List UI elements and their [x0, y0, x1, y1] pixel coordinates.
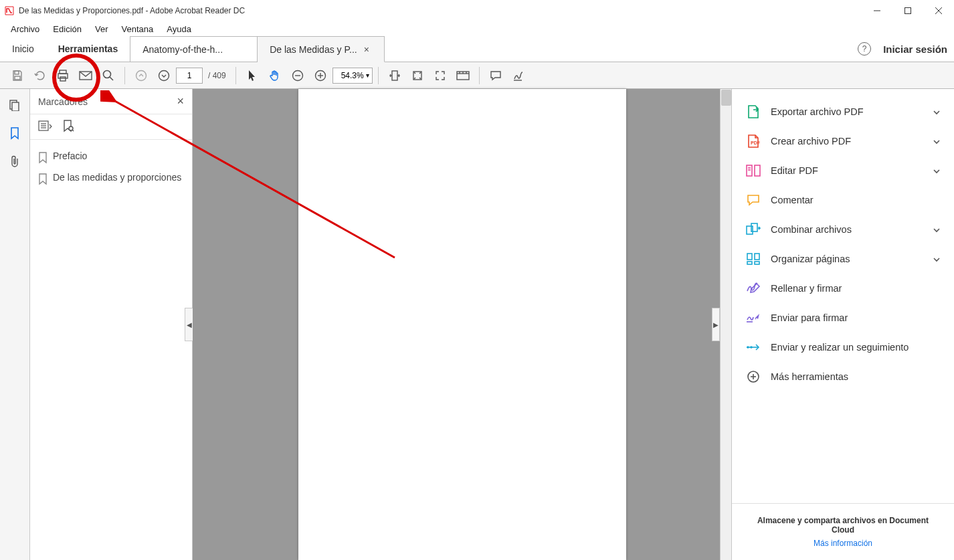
search-icon[interactable] [98, 65, 119, 86]
maximize-button[interactable] [892, 0, 923, 21]
attachments-icon[interactable] [7, 153, 23, 169]
save-icon[interactable] [7, 65, 28, 86]
menu-ayuda[interactable]: Ayuda [161, 23, 197, 35]
scrollbar-thumb[interactable] [721, 90, 731, 106]
document-page [298, 89, 626, 560]
svg-rect-20 [392, 71, 397, 80]
chevron-down-icon [933, 254, 941, 264]
svg-rect-37 [747, 165, 752, 176]
menu-archivo[interactable]: Archivo [5, 23, 45, 35]
rtool-label: Combinar archivos [771, 224, 852, 235]
page-total: / 409 [208, 71, 226, 80]
toolbar-separator [124, 67, 125, 84]
track-icon [745, 339, 761, 355]
zoom-in-icon[interactable] [310, 65, 331, 86]
menu-ventana[interactable]: Ventana [116, 23, 159, 35]
svg-rect-45 [747, 262, 752, 264]
rtool-combine[interactable]: Combinar archivos [732, 215, 954, 244]
page-down-icon[interactable] [153, 65, 175, 86]
read-mode-icon[interactable] [452, 65, 474, 86]
print-icon[interactable] [52, 65, 74, 86]
rtool-label: Exportar archivo PDF [771, 106, 864, 117]
tab-close-icon[interactable]: × [364, 44, 369, 55]
page-up-icon[interactable] [130, 65, 152, 86]
signin-button[interactable]: Iniciar sesión [883, 43, 947, 55]
svg-rect-29 [12, 102, 19, 111]
tab-tools[interactable]: Herramientas [46, 36, 131, 62]
bookmarks-title: Marcadores [38, 96, 88, 107]
toolbar-separator [378, 67, 379, 84]
comment-icon[interactable] [485, 65, 506, 86]
bookmarks-icon[interactable] [7, 125, 23, 141]
tab-home[interactable]: Inicio [0, 36, 46, 62]
create-icon: PDF [745, 133, 761, 149]
window-title: De las Medidas y Proporciones.pdf - Adob… [19, 6, 245, 15]
fit-page-icon[interactable] [407, 65, 428, 86]
rtool-export[interactable]: Exportar archivo PDF [732, 97, 954, 126]
collapse-panel-icon[interactable]: ◀ [185, 308, 193, 341]
cloud-promo-link[interactable]: Más información [745, 539, 941, 548]
rtool-label: Más herramientas [771, 371, 848, 382]
page-total-value: 409 [213, 71, 226, 80]
email-icon[interactable] [75, 65, 96, 86]
bookmark-find-icon[interactable] [62, 119, 74, 135]
chevron-down-icon [933, 224, 941, 235]
chevron-down-icon: ▾ [366, 72, 369, 79]
scrollbar[interactable] [720, 89, 731, 560]
zoom-select[interactable]: 54.3%▾ [332, 68, 373, 84]
page-input[interactable] [176, 68, 203, 84]
sign-icon[interactable] [508, 65, 529, 86]
rtool-more[interactable]: Más herramientas [732, 362, 954, 391]
rtool-organize[interactable]: Organizar páginas [732, 244, 954, 274]
zoom-value: 54.3% [341, 71, 364, 80]
bookmark-item[interactable]: De las medidas y proporciones [35, 168, 187, 189]
expand-rpanel-icon[interactable]: ▶ [712, 308, 720, 341]
fullscreen-icon[interactable] [430, 65, 451, 86]
rtool-create[interactable]: PDFCrear archivo PDF [732, 126, 954, 156]
menu-ver[interactable]: Ver [90, 23, 114, 35]
tab-doc-1[interactable]: De las Medidas y P... × [258, 36, 385, 62]
rtool-label: Rellenar y firmar [771, 283, 842, 294]
svg-point-49 [747, 347, 749, 348]
right-panel: Exportar archivo PDFPDFCrear archivo PDF… [731, 89, 954, 560]
zoom-out-icon[interactable] [287, 65, 308, 86]
rtool-fillsign[interactable]: Rellenar y firmar [732, 274, 954, 303]
rtool-comment[interactable]: Comentar [732, 185, 954, 215]
svg-rect-43 [747, 254, 752, 260]
rtool-track[interactable]: Enviar y realizar un seguimiento [732, 333, 954, 362]
edit-icon [745, 163, 761, 179]
sendsign-icon [745, 310, 761, 326]
close-button[interactable] [923, 0, 954, 21]
hand-tool-icon[interactable] [264, 65, 286, 86]
svg-rect-5 [15, 71, 19, 74]
fit-width-icon[interactable] [384, 65, 405, 86]
undo-icon[interactable] [29, 65, 51, 86]
bookmark-item[interactable]: Prefacio [35, 147, 187, 168]
bookmark-label: Prefacio [53, 151, 87, 161]
svg-line-35 [72, 130, 74, 131]
svg-point-11 [104, 70, 111, 78]
rtool-label: Editar PDF [771, 165, 818, 176]
thumbnails-icon[interactable] [7, 97, 23, 113]
tab-doc-0[interactable]: Anatomy-of-the-h... [130, 36, 258, 62]
tab-tools-label: Herramientas [58, 43, 118, 54]
svg-point-13 [136, 70, 147, 80]
svg-point-14 [159, 70, 169, 80]
left-rail [0, 89, 30, 560]
bookmarks-options-icon[interactable] [38, 120, 53, 134]
toolbar-separator [235, 67, 236, 84]
bookmarks-panel: Marcadores × Prefacio De las medidas y p… [30, 89, 193, 560]
fillsign-icon [745, 280, 761, 296]
export-icon [745, 104, 761, 120]
minimize-button[interactable] [862, 0, 892, 21]
tab-home-label: Inicio [12, 43, 34, 54]
rtool-edit[interactable]: Editar PDF [732, 156, 954, 185]
select-tool-icon[interactable] [242, 65, 263, 86]
rtool-sendsign[interactable]: Enviar para firmar [732, 303, 954, 333]
help-icon[interactable]: ? [858, 42, 871, 56]
combine-icon [745, 221, 761, 238]
organize-icon [745, 251, 761, 267]
bookmarks-close-icon[interactable]: × [177, 94, 184, 108]
menu-edicion[interactable]: Edición [47, 23, 87, 35]
document-area[interactable]: ▶ [193, 89, 731, 560]
